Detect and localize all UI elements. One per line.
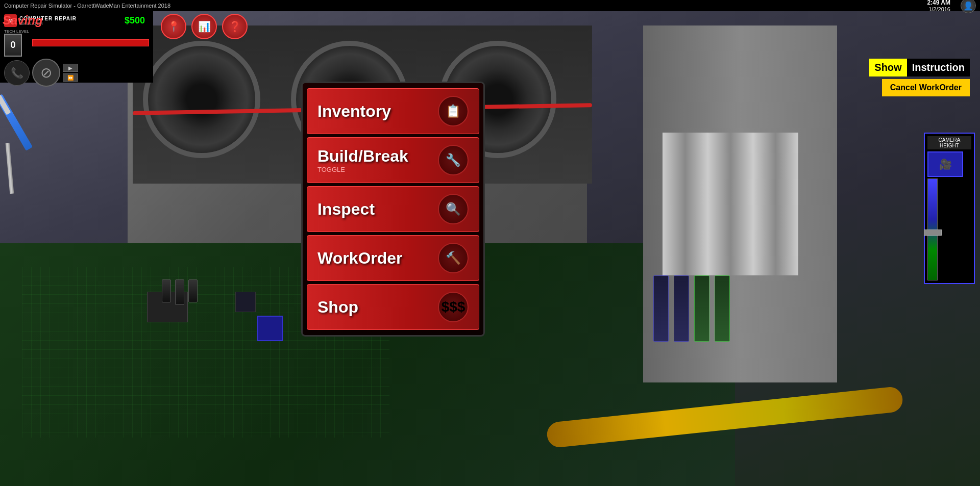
work-order-icon: 🔨 (438, 243, 469, 273)
camera-preview-thumb: 🎥 (927, 151, 963, 177)
camera-slider-container: HIGHER LOWER (927, 178, 971, 280)
nav-stats-button[interactable]: 📊 (191, 14, 217, 39)
no-sign-icon: ⊘ (40, 64, 52, 81)
inspect-button[interactable]: Inspect 🔍 (307, 186, 479, 232)
hud-controls: 📞 ⊘ ▶ ⏩ (2, 58, 151, 88)
play-button[interactable]: ▶ (63, 64, 78, 72)
phone-icon: 📞 (11, 67, 23, 79)
play-icon: ▶ (68, 65, 72, 71)
inspect-icon: 🔍 (438, 194, 469, 224)
vhs-controls: ▶ ⏩ (63, 64, 78, 82)
build-break-button[interactable]: Build/Break TOGGLE 🔧 (307, 137, 479, 183)
help-icon: ❓ (229, 20, 241, 33)
work-order-label: WorkOrder (317, 249, 403, 268)
inventory-label: Inventory (317, 102, 391, 121)
build-break-label: Build/Break (317, 147, 408, 165)
show-instruction-rest: Instruction (907, 59, 970, 76)
build-break-subtitle: TOGGLE (317, 166, 408, 173)
ram-area (653, 275, 730, 342)
clock-display: 2:49 AM 1/2/2016 (927, 0, 950, 12)
xp-bar (32, 39, 149, 46)
shop-icon-text: $$$ (442, 299, 465, 315)
nav-location-button[interactable]: 📍 (161, 14, 186, 39)
no-sign-button[interactable]: ⊘ (32, 59, 60, 87)
shop-button[interactable]: Shop $$$ (307, 284, 479, 330)
shop-icon: $$$ (438, 292, 469, 322)
left-tools-area (10, 92, 18, 153)
title-bar: Computer Repair Simulator - GarrettWadeM… (0, 0, 980, 11)
cancel-workorder-button[interactable]: Cancel WorkOrder (882, 79, 970, 96)
mb-capacitors (162, 279, 198, 305)
money-display: $500 (120, 14, 149, 27)
title-bar-right: 2:49 AM 1/2/2016 👤 (927, 0, 976, 13)
forward-button[interactable]: ⏩ (63, 73, 78, 82)
tech-level-row: TECH LEVEL 0 (2, 28, 151, 58)
build-break-icon-glyph: 🔧 (446, 153, 461, 167)
camera-slider-track[interactable] (927, 178, 938, 280)
main-menu-panel: Inventory 📋 Build/Break TOGGLE 🔧 Inspect… (301, 82, 485, 337)
work-order-button[interactable]: WorkOrder 🔨 (307, 235, 479, 281)
top-nav: 📍 📊 ❓ (158, 11, 250, 42)
tech-level-label: TECH LEVEL (4, 29, 29, 34)
mb-blue-component (257, 316, 283, 341)
inspect-label: Inspect (317, 200, 375, 219)
heat-sink (663, 133, 798, 275)
inspect-icon-glyph: 🔍 (446, 202, 461, 216)
camera-slider-handle[interactable] (924, 229, 942, 236)
right-pc-wall (643, 25, 837, 382)
mb-component-2 (235, 292, 256, 312)
inventory-icon-glyph: 📋 (446, 104, 461, 118)
user-avatar: 👤 (961, 0, 976, 13)
forward-icon: ⏩ (67, 75, 74, 81)
show-yellow-bg: Show (869, 59, 906, 76)
tech-level-badge: 0 (4, 34, 22, 57)
camera-height-panel: CAMERA HEIGHT 🎥 HIGHER LOWER (924, 133, 975, 284)
location-icon: 📍 (167, 20, 180, 33)
work-order-icon-glyph: 🔨 (446, 251, 461, 265)
clock-date: 1/2/2016 (927, 6, 950, 12)
camera-thumb-glyph: 🎥 (939, 158, 952, 170)
fan-1 (143, 41, 260, 158)
nav-help-button[interactable]: ❓ (222, 14, 248, 39)
tech-level-value: 0 (10, 40, 15, 50)
show-instruction-button[interactable]: Show Instruction (869, 59, 970, 76)
clock-time: 2:49 AM (927, 0, 950, 6)
inventory-icon: 📋 (438, 96, 469, 126)
camera-height-title: CAMERA HEIGHT (927, 136, 971, 149)
stats-icon: 📊 (198, 20, 211, 33)
phone-button[interactable]: 📞 (4, 60, 30, 86)
shop-label: Shop (317, 298, 358, 317)
saving-indicator: Saving (3, 13, 43, 28)
build-break-icon: 🔧 (438, 145, 469, 175)
title-bar-text: Computer Repair Simulator - GarrettWadeM… (4, 3, 170, 9)
inventory-button[interactable]: Inventory 📋 (307, 88, 479, 134)
